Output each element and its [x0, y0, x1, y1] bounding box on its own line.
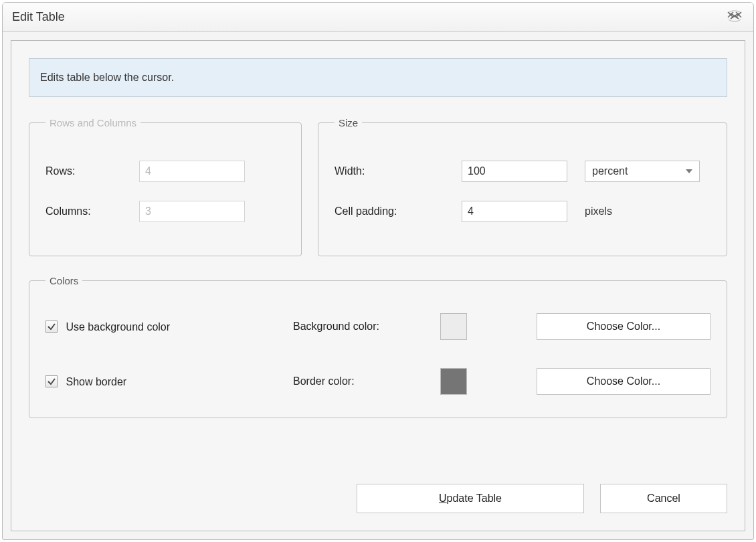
- titlebar: Edit Table: [3, 3, 753, 32]
- group-rows-columns-legend: Rows and Columns: [45, 117, 140, 128]
- dialog-window: Edit Table Edits table below the cursor.…: [2, 2, 754, 540]
- border-color-swatch: [440, 368, 467, 395]
- use-bg-checkbox-row[interactable]: Use background color: [45, 321, 293, 333]
- width-unit-dropdown[interactable]: percent: [585, 161, 700, 182]
- columns-input: [139, 201, 245, 222]
- width-input[interactable]: [462, 161, 567, 182]
- show-border-checkbox[interactable]: [45, 375, 58, 387]
- hint-text: Edits table below the cursor.: [40, 72, 174, 84]
- dialog-footer: Update Table Cancel: [357, 484, 727, 513]
- background-color-swatch: [440, 313, 467, 340]
- hint-banner: Edits table below the cursor.: [29, 58, 727, 97]
- rows-input: [139, 161, 245, 182]
- show-border-checkbox-row[interactable]: Show border: [45, 375, 293, 388]
- checkmark-icon: [47, 322, 56, 331]
- dialog-content: Edits table below the cursor. Rows and C…: [11, 40, 745, 531]
- group-colors-legend: Colors: [45, 275, 82, 286]
- cell-padding-input[interactable]: [462, 201, 567, 222]
- rows-label: Rows:: [45, 165, 139, 177]
- group-size: Size Width: percent Cell padding: pixels: [318, 117, 727, 256]
- choose-border-color-button[interactable]: Choose Color...: [537, 368, 711, 395]
- dialog-title: Edit Table: [12, 10, 65, 24]
- cancel-button[interactable]: Cancel: [600, 484, 727, 513]
- width-unit-selected: percent: [592, 165, 628, 177]
- checkmark-icon: [47, 377, 56, 386]
- border-color-label: Border color:: [293, 375, 440, 387]
- choose-bg-color-button[interactable]: Choose Color...: [537, 313, 711, 340]
- show-border-label: Show border: [66, 375, 126, 387]
- use-bg-checkbox[interactable]: [45, 321, 58, 333]
- chevron-down-icon: [686, 169, 692, 173]
- columns-label: Columns:: [45, 205, 139, 217]
- cell-padding-unit: pixels: [585, 205, 612, 217]
- background-color-label: Background color:: [293, 321, 440, 333]
- use-bg-label: Use background color: [66, 321, 170, 332]
- group-colors: Colors Use background color Background c…: [29, 275, 727, 418]
- cell-padding-label: Cell padding:: [335, 205, 462, 217]
- group-rows-columns: Rows and Columns Rows: Columns:: [29, 117, 302, 256]
- group-size-legend: Size: [335, 117, 362, 128]
- update-table-label-rest: pdate Table: [447, 492, 502, 505]
- width-label: Width:: [335, 165, 462, 177]
- update-table-button[interactable]: Update Table: [357, 484, 584, 513]
- close-icon[interactable]: [725, 9, 744, 23]
